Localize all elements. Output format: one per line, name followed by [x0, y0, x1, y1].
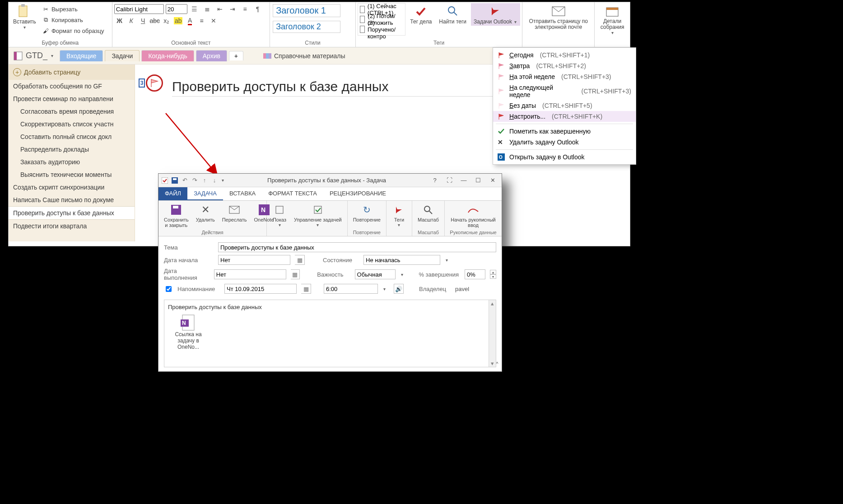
- font-color-button[interactable]: A: [185, 16, 196, 26]
- paste-button[interactable]: Вставить ▾: [10, 3, 39, 31]
- find-tags-button[interactable]: Найти теги: [436, 3, 469, 26]
- email-page-button[interactable]: Отправить страницу по электронной почте: [524, 3, 592, 31]
- percent-input[interactable]: [465, 269, 485, 279]
- ribbon-display-button[interactable]: ⛶: [443, 176, 456, 185]
- reminder-time-input[interactable]: [324, 284, 378, 294]
- clear-format-button[interactable]: ✕: [208, 16, 219, 26]
- style-heading2[interactable]: Заголовок 2: [273, 21, 340, 33]
- forward-button[interactable]: Переслать: [219, 202, 250, 223]
- add-page-button[interactable]: + Добавить страницу: [9, 65, 135, 80]
- dropdown-flag-item[interactable]: На этой неделе(CTRL+SHIFT+3): [493, 71, 636, 82]
- page-list-item[interactable]: Написать Саше письмо по докуме: [9, 194, 135, 206]
- page-list-item[interactable]: Скорректировать список участн: [9, 118, 135, 130]
- section-tab-tasks[interactable]: Задачи: [105, 50, 140, 61]
- qat-more-icon[interactable]: ▾: [221, 178, 225, 183]
- tab-task[interactable]: ЗАДАЧА: [187, 187, 223, 200]
- save-icon[interactable]: [171, 177, 178, 184]
- calendar-icon[interactable]: ▦: [295, 255, 305, 265]
- section-tab-inbox[interactable]: Входящие: [60, 50, 103, 61]
- section-tab-someday[interactable]: Когда-нибудь: [141, 50, 194, 61]
- page-flag-marker[interactable]: 3: [139, 74, 163, 92]
- maximize-button[interactable]: ☐: [472, 176, 484, 185]
- tag-number-box[interactable]: 3: [139, 79, 145, 88]
- due-date-input[interactable]: [214, 269, 286, 279]
- notebook-picker[interactable]: GTD_ ▾: [11, 51, 58, 61]
- status-select[interactable]: [363, 255, 440, 265]
- dropdown-open-outlook[interactable]: O Открыть задачу в Outlook: [493, 152, 636, 162]
- page-list-item[interactable]: Выяснить технически моменты: [9, 168, 135, 181]
- subscript-button[interactable]: x₂: [161, 16, 172, 26]
- page-list-item[interactable]: Подвести итоги квартала: [9, 220, 135, 232]
- scrollbar[interactable]: ▴ ▾: [489, 300, 496, 367]
- save-close-button[interactable]: Сохранить и закрыть: [161, 202, 191, 229]
- tab-review[interactable]: РЕЦЕНЗИРОВАНИЕ: [323, 187, 392, 200]
- tags-gallery[interactable]: (1) Сейчас (CTRL+1) (2) Потом/отложить (…: [358, 3, 405, 36]
- dropdown-flag-item[interactable]: Сегодня(CTRL+SHIFT+1): [493, 50, 636, 60]
- font-size-select[interactable]: [166, 4, 187, 14]
- bullets-button[interactable]: ☰: [189, 4, 200, 14]
- dropdown-mark-complete[interactable]: Пометить как завершенную: [493, 126, 636, 137]
- tag-task-button[interactable]: Тег дела: [407, 3, 434, 26]
- show-button[interactable]: Показ▾: [270, 202, 289, 228]
- tags-button-ol[interactable]: Теги▾: [389, 202, 409, 228]
- recurrence-button[interactable]: ↻Повторение: [350, 202, 383, 223]
- section-tab-archive[interactable]: Архив: [196, 50, 227, 61]
- previous-icon[interactable]: ↑: [201, 177, 208, 184]
- dropdown-flag-item[interactable]: Завтра(CTRL+SHIFT+2): [493, 60, 636, 71]
- start-date-input[interactable]: [218, 255, 290, 265]
- tab-file[interactable]: ФАЙЛ: [158, 187, 187, 200]
- percent-spinner[interactable]: ▴▾: [490, 270, 496, 279]
- cut-button[interactable]: ✂ Вырезать: [41, 4, 106, 14]
- tab-format[interactable]: ФОРМАТ ТЕКСТА: [262, 187, 323, 200]
- outdent-button[interactable]: ⇤: [214, 4, 225, 14]
- dropdown-flag-item[interactable]: Настроить...(CTRL+SHIFT+K): [493, 111, 636, 122]
- section-group-reference[interactable]: Справочные материалы: [263, 52, 345, 60]
- page-list-item[interactable]: Провести семинар по направлени: [9, 92, 135, 105]
- redo-icon[interactable]: ↷: [191, 177, 198, 184]
- sound-icon[interactable]: 🔊: [394, 284, 404, 294]
- undo-icon[interactable]: ↶: [181, 177, 188, 184]
- page-list-item[interactable]: Обработать сообщения по GF: [9, 80, 135, 92]
- task-body[interactable]: Проверить доступы к базе данных N Ссылка…: [164, 300, 496, 367]
- strike-button[interactable]: abc: [149, 16, 160, 26]
- indent-button[interactable]: ⇥: [227, 4, 238, 14]
- onenote-link-attachment[interactable]: N Ссылка на задачу в OneNo...: [168, 314, 209, 350]
- priority-select[interactable]: [355, 269, 396, 279]
- chevron-down-icon[interactable]: ▾: [382, 287, 387, 291]
- calendar-icon[interactable]: ▦: [301, 284, 311, 294]
- dropdown-flag-item[interactable]: Без даты(CTRL+SHIFT+5): [493, 100, 636, 111]
- minimize-button[interactable]: —: [457, 176, 470, 185]
- style-heading1[interactable]: Заголовок 1: [273, 4, 340, 17]
- close-button[interactable]: ✕: [486, 176, 499, 185]
- numbering-button[interactable]: ≣: [202, 4, 213, 14]
- delete-button[interactable]: ✕Удалить: [193, 202, 218, 223]
- zoom-button[interactable]: Масштаб: [415, 202, 442, 223]
- calendar-icon[interactable]: ▦: [291, 269, 300, 279]
- chevron-down-icon[interactable]: ▾: [400, 272, 404, 277]
- align-button[interactable]: ≡: [240, 4, 251, 14]
- manage-task-button[interactable]: Управление задачей▾: [291, 202, 345, 228]
- bold-button[interactable]: Ж: [114, 16, 125, 26]
- format-painter-button[interactable]: 🖌 Формат по образцу: [41, 26, 106, 36]
- meeting-details-button[interactable]: Детали собрания▾: [596, 3, 628, 36]
- italic-button[interactable]: К: [126, 16, 137, 26]
- section-tab-add[interactable]: +: [229, 51, 243, 60]
- subject-input[interactable]: [218, 242, 496, 252]
- underline-button[interactable]: Ч: [138, 16, 149, 26]
- page-list-item[interactable]: Проверить доступы к базе данных: [9, 206, 135, 220]
- page-list-item[interactable]: Распределить доклады: [9, 143, 135, 156]
- page-list-item[interactable]: Заказать аудиторию: [9, 156, 135, 168]
- chevron-down-icon[interactable]: ▾: [445, 258, 449, 263]
- next-icon[interactable]: ↓: [211, 177, 218, 184]
- page-list-item[interactable]: Согласовать время проведения: [9, 105, 135, 118]
- font-name-select[interactable]: [114, 4, 164, 14]
- reminder-date-input[interactable]: [224, 284, 297, 294]
- outlook-tasks-button[interactable]: Задачи Outlook ▾: [471, 3, 520, 26]
- ink-button[interactable]: Начать рукописный ввод: [447, 202, 499, 229]
- paragraph-button[interactable]: ¶: [252, 4, 263, 14]
- line-spacing-button[interactable]: ≡: [196, 16, 207, 26]
- highlight-button[interactable]: ab: [173, 16, 184, 26]
- tab-insert[interactable]: ВСТАВКА: [223, 187, 262, 200]
- dropdown-flag-item[interactable]: На следующей неделе(CTRL+SHIFT+3): [493, 82, 636, 100]
- page-list-item[interactable]: Составить полный список докл: [9, 130, 135, 143]
